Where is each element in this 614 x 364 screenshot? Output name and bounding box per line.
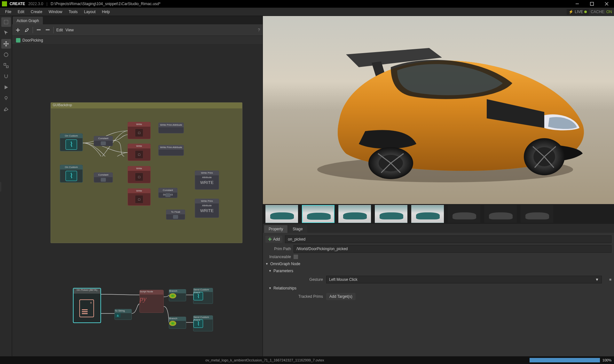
tool-scale[interactable] [1, 61, 11, 70]
name-input[interactable] [285, 235, 611, 243]
add-targets-button[interactable]: Add Target(s) [326, 293, 356, 300]
node-send-custom-event[interactable]: Send Custom Event⌇ [193, 315, 213, 331]
node-write[interactable]: Write▢ [128, 122, 151, 139]
progress-bar [530, 358, 600, 362]
tab-action-graph[interactable]: Action Graph [13, 17, 43, 24]
node-to-float[interactable]: To Float [166, 210, 185, 220]
tool-brush[interactable] [1, 104, 11, 114]
node-constant-double3[interactable]: Constant Double3 [158, 188, 177, 198]
node-write-prim-attribute[interactable]: Write Prim Attribute [158, 145, 184, 156]
section-omnigraph-node[interactable]: ▼ OmniGraph Node [265, 262, 611, 266]
tool-play[interactable] [1, 83, 11, 92]
backdrop-label: GUIBackdrop [51, 103, 242, 108]
node-write-prim-attribute-big[interactable]: Write Prim AttributeWRITE [195, 170, 219, 190]
live-indicator[interactable]: ⚡ LIVE [567, 9, 589, 15]
node-send-custom-event[interactable]: Send Custom Event⌇ [193, 288, 213, 304]
node-on-picked[interactable]: On Picked (BETA) [73, 288, 101, 323]
tool-rotate[interactable] [1, 50, 11, 59]
progress-percent: 100% [602, 358, 611, 362]
more-button-2[interactable]: ••• [44, 27, 51, 33]
tool-select-box[interactable] [1, 17, 11, 27]
node-write[interactable]: Write▢ [128, 166, 151, 183]
node-on-custom-event[interactable]: On Custom Event⌇ [60, 133, 83, 151]
node-write-prim-attribute[interactable]: Write Prim Attribute [158, 123, 184, 133]
gesture-label: Gesture [272, 277, 323, 282]
help-button[interactable]: ? [258, 28, 260, 32]
panel-tab-row: Action Graph [12, 16, 263, 24]
toolbar-edit[interactable]: Edit [56, 28, 63, 32]
graph-canvas[interactable]: GUIBackdrop [12, 45, 263, 356]
gesture-select[interactable]: Left Mouse Click ▼ [326, 276, 602, 283]
node-on-custom-event[interactable]: On Custom Event⌇ [60, 165, 83, 183]
add-property-button[interactable]: ✚ Add [265, 236, 282, 243]
app-name: CREATE [10, 2, 25, 6]
instanceable-label: Instanceable [265, 255, 291, 259]
menu-file[interactable]: File [2, 8, 14, 15]
viewport[interactable] [263, 16, 614, 204]
node-branch[interactable]: Branch [169, 317, 186, 329]
toolbar-view[interactable]: View [66, 28, 74, 32]
node-write[interactable]: Write▢ [128, 188, 151, 206]
node-constant-bool[interactable]: Constant Bool [94, 172, 113, 183]
thumbnail[interactable] [265, 205, 298, 223]
disclosure-triangle-icon: ▼ [269, 269, 272, 273]
thumbnail[interactable] [338, 205, 371, 223]
thumbnail[interactable] [448, 205, 480, 223]
more-button-1[interactable]: ••• [35, 27, 42, 33]
tool-move[interactable] [1, 39, 11, 49]
tool-cursor[interactable] [1, 28, 11, 38]
prim-path-input[interactable] [294, 245, 611, 253]
svg-rect-7 [6, 66, 8, 68]
tool-light[interactable] [1, 93, 11, 103]
menu-layout[interactable]: Layout [81, 8, 99, 15]
disclosure-triangle-icon: ▼ [265, 262, 268, 265]
thumbnail[interactable] [302, 205, 335, 223]
section-parameters[interactable]: ▼ Parameters [269, 269, 611, 273]
file-path: D:\Projects\Rimac\Staging\104_snippet\1\… [51, 2, 161, 6]
minimize-button[interactable] [570, 0, 585, 8]
disclosure-triangle-icon: ▼ [269, 287, 272, 290]
action-graph-panel: Action Graph ••• ••• Edit View ? DoorPic… [12, 16, 263, 356]
menu-tools[interactable]: Tools [66, 8, 81, 15]
thumbnail[interactable] [411, 205, 444, 223]
graph-breadcrumb[interactable]: DoorPicking [12, 36, 263, 45]
thumbnail[interactable] [521, 205, 553, 223]
close-button[interactable] [599, 0, 614, 8]
edit-pencil-button[interactable] [24, 27, 30, 33]
right-panel: Property Stage ✚ Add Prim Path Instancea… [263, 16, 614, 356]
tab-property[interactable]: Property [264, 225, 287, 233]
tool-snap[interactable] [1, 72, 11, 81]
plus-icon: ✚ [268, 237, 272, 242]
menu-window[interactable]: Window [45, 8, 66, 15]
svg-rect-6 [4, 63, 6, 65]
menu-edit[interactable]: Edit [14, 8, 28, 15]
tab-stage[interactable]: Stage [288, 225, 307, 233]
car-illustration [308, 35, 602, 182]
menu-help[interactable]: Help [99, 8, 113, 15]
node-branch[interactable]: Branch [169, 289, 186, 301]
panel-splitter[interactable] [0, 182, 1, 192]
progress-fill [530, 358, 600, 362]
add-node-button[interactable] [15, 27, 21, 33]
prim-path-label: Prim Path [265, 247, 291, 251]
cache-label: CACHE: [591, 10, 605, 14]
app-icon [2, 1, 7, 6]
instanceable-checkbox[interactable] [294, 255, 298, 259]
reset-dot-icon[interactable]: ■ [609, 277, 611, 282]
maximize-button[interactable] [585, 0, 599, 8]
section-relationships[interactable]: ▼ Relationships [269, 286, 611, 290]
add-label: Add [273, 237, 280, 241]
chevron-down-icon: ▼ [595, 277, 599, 282]
status-filename: ov_metal_logo_k_ambientOcclusion_71_1_16… [0, 358, 530, 362]
graph-backdrop[interactable]: GUIBackdrop [51, 102, 242, 243]
node-write[interactable]: Write▢ [128, 144, 151, 161]
node-write-prim-attribute-big[interactable]: Write Prim AttributeWRITE [195, 199, 219, 218]
thumbnail[interactable] [484, 205, 517, 223]
separator [53, 27, 54, 33]
node-constant-bool[interactable]: Constant Bool [94, 136, 113, 146]
node-script[interactable]: Script Nodepy [139, 290, 164, 313]
node-to-string[interactable]: To Stringa [114, 309, 132, 320]
cache-indicator[interactable]: CACHE: ON [591, 10, 612, 14]
thumbnail[interactable] [375, 205, 407, 223]
menu-create[interactable]: Create [28, 8, 45, 15]
